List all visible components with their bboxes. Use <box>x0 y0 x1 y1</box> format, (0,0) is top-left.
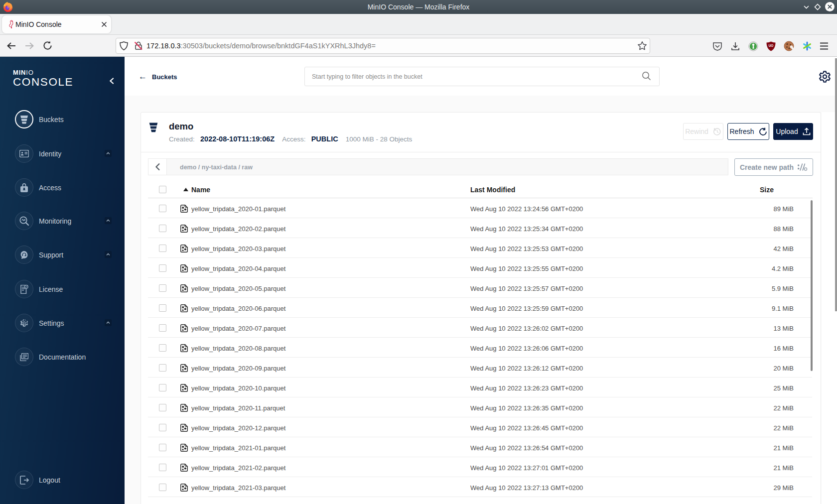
svg-text:UO: UO <box>769 44 774 47</box>
